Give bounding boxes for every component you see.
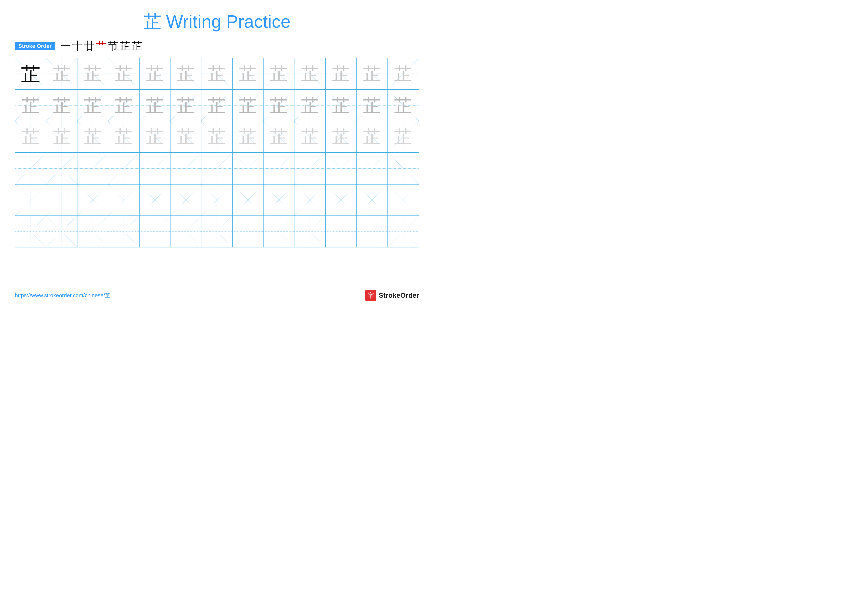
grid-cell[interactable]: 芷 (232, 121, 264, 152)
grid-cell[interactable]: 芷 (388, 121, 418, 152)
svg-line-301 (326, 216, 356, 247)
svg-line-233 (202, 185, 232, 216)
grid-cell[interactable] (326, 153, 356, 184)
svg-line-173 (140, 153, 170, 184)
grid-cell[interactable]: 芷 (140, 90, 170, 121)
grid-cell[interactable]: 芷 (326, 121, 356, 152)
grid-cell[interactable]: 芷 (202, 121, 232, 152)
svg-line-272 (108, 216, 139, 247)
grid-cell[interactable] (202, 185, 232, 216)
grid-cell[interactable]: 芷 (108, 90, 139, 121)
grid-cell[interactable] (108, 185, 139, 216)
grid-cell[interactable]: 芷 (326, 90, 356, 121)
grid-cell[interactable] (294, 153, 326, 184)
svg-line-252 (356, 185, 387, 216)
grid-cell[interactable]: 芷 (202, 90, 232, 121)
grid-cell[interactable] (326, 185, 356, 216)
grid-cell[interactable] (264, 153, 294, 184)
grid-cell[interactable]: 芷 (264, 90, 294, 121)
grid-cell[interactable] (294, 185, 326, 216)
grid-cell[interactable] (170, 153, 202, 184)
grid-cell[interactable] (16, 216, 46, 247)
grid-cell[interactable]: 芷 (202, 58, 232, 89)
grid-cell[interactable] (46, 185, 77, 216)
grid-cell[interactable] (78, 216, 108, 247)
grid-cell[interactable] (232, 216, 264, 247)
grid-cell[interactable]: 芷 (356, 121, 388, 152)
grid-cell[interactable]: 芷 (294, 90, 326, 121)
grid-cell[interactable]: 芷 (170, 121, 202, 152)
grid-cell[interactable]: 芷 (140, 58, 170, 89)
grid-cell[interactable]: 芷 (46, 121, 77, 152)
grid-cell[interactable] (264, 185, 294, 216)
grid-cell[interactable] (170, 185, 202, 216)
grid-cell[interactable]: 芷 (140, 121, 170, 152)
grid-cell[interactable] (78, 185, 108, 216)
grid-cell[interactable] (388, 216, 418, 247)
grid-cell[interactable]: 芷 (356, 90, 388, 121)
svg-line-225 (140, 185, 170, 216)
grid-cell[interactable] (108, 153, 139, 184)
grid-cell[interactable]: 芷 (232, 90, 264, 121)
grid-row-5 (16, 216, 418, 247)
grid-cell[interactable]: 芷 (264, 121, 294, 152)
grid-cell[interactable]: 芷 (388, 90, 418, 121)
grid-cell[interactable]: 芷 (170, 90, 202, 121)
grid-cell[interactable] (46, 216, 77, 247)
grid-cell[interactable] (232, 185, 264, 216)
svg-line-160 (46, 153, 77, 184)
grid-cell[interactable] (388, 153, 418, 184)
grid-cell[interactable] (140, 216, 170, 247)
grid-cell[interactable]: 芷 (356, 58, 388, 89)
footer-logo: 字 StrokeOrder (365, 290, 419, 301)
svg-line-249 (326, 185, 356, 216)
grid-cell[interactable] (108, 216, 139, 247)
grid-cell[interactable] (16, 153, 46, 184)
svg-line-293 (264, 216, 294, 247)
svg-line-201 (356, 153, 387, 184)
footer-url[interactable]: https://www.strokeorder.com/chinese/芷 (15, 292, 110, 299)
grid-cell[interactable] (264, 216, 294, 247)
svg-line-189 (264, 153, 294, 184)
grid-cell[interactable] (388, 185, 418, 216)
logo-icon: 字 (365, 290, 377, 301)
grid-cell[interactable] (78, 153, 108, 184)
stroke-5: 节 (108, 39, 119, 53)
grid-cell[interactable]: 芷 (46, 58, 77, 89)
grid-cell[interactable]: 芷 (294, 58, 326, 89)
grid-cell[interactable]: 芷 (78, 58, 108, 89)
grid-cell[interactable]: 芷 (16, 90, 46, 121)
grid-cell[interactable]: 芷 (108, 58, 139, 89)
grid-cell[interactable] (326, 216, 356, 247)
svg-line-284 (202, 216, 232, 247)
grid-cell[interactable]: 芷 (16, 121, 46, 152)
grid-cell[interactable] (294, 216, 326, 247)
grid-cell[interactable]: 芷 (78, 121, 108, 152)
stroke-6: 芷 (119, 39, 130, 53)
grid-cell[interactable]: 芷 (170, 58, 202, 89)
grid-cell[interactable] (202, 216, 232, 247)
grid-cell[interactable]: 芷 (78, 90, 108, 121)
grid-cell[interactable]: 芷 (326, 58, 356, 89)
grid-cell[interactable] (232, 153, 264, 184)
svg-line-300 (326, 216, 356, 247)
grid-cell[interactable] (202, 153, 232, 184)
grid-cell[interactable]: 芷 (388, 58, 418, 89)
grid-cell[interactable] (46, 153, 77, 184)
grid-cell[interactable] (356, 185, 388, 216)
svg-line-260 (16, 216, 46, 247)
grid-cell[interactable]: 芷 (232, 58, 264, 89)
grid-cell[interactable]: 芷 (294, 121, 326, 152)
grid-cell[interactable] (140, 153, 170, 184)
grid-cell[interactable]: 芷 (108, 121, 139, 152)
grid-cell[interactable] (170, 216, 202, 247)
grid-cell[interactable] (356, 153, 388, 184)
grid-cell[interactable] (356, 216, 388, 247)
grid-cell[interactable]: 芷 (264, 58, 294, 89)
grid-cell[interactable] (16, 185, 46, 216)
svg-line-192 (294, 153, 325, 184)
grid-cell[interactable] (140, 185, 170, 216)
grid-cell[interactable]: 芷 (46, 90, 77, 121)
svg-line-188 (264, 153, 294, 184)
grid-row-2: 芷 芷 芷 芷 芷 芷 芷 (16, 121, 418, 153)
